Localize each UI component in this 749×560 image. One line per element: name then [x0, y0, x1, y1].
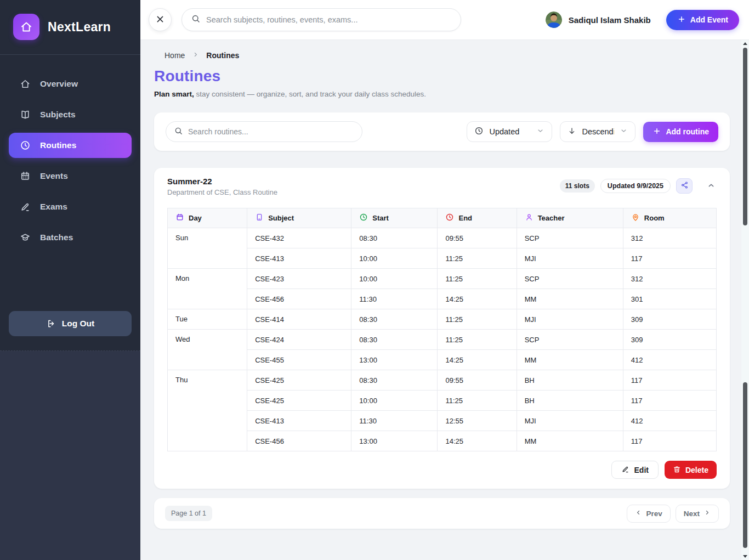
next-label: Next — [684, 510, 700, 518]
trash-icon — [673, 465, 681, 475]
logout-button[interactable]: Log Out — [9, 311, 132, 336]
sidebar-item-routines[interactable]: Routines — [9, 133, 132, 158]
next-page-button[interactable]: Next — [676, 505, 719, 523]
prev-page-button[interactable]: Prev — [627, 505, 670, 523]
routine-title: Summer-22 — [167, 177, 277, 186]
sidebar-item-events[interactable]: Events — [9, 163, 132, 189]
cell-teacher: MM — [517, 431, 623, 451]
user-name: Sadiqul Islam Shakib — [569, 15, 651, 25]
toolbar-right: Updated Descending Add routine — [467, 121, 718, 142]
table-row: MonCSE-42310:0011:25SCP312 — [168, 269, 717, 289]
close-icon — [155, 14, 166, 26]
logout-icon — [46, 319, 56, 329]
cell-end: 11:25 — [438, 269, 517, 289]
slots-badge: 11 slots — [560, 179, 595, 193]
scrollbar-down-arrow[interactable] — [743, 555, 747, 558]
cell-day: Thu — [168, 370, 247, 451]
column-header-label: Start — [372, 214, 389, 222]
edit-button[interactable]: Edit — [611, 461, 659, 479]
collapse-button[interactable] — [706, 180, 717, 193]
cell-teacher: MM — [517, 289, 623, 309]
cell-subject: CSE-414 — [247, 309, 351, 330]
sidebar-panel: NextLearn OverviewSubjectsRoutinesEvents… — [0, 0, 140, 351]
cell-room: 309 — [623, 330, 716, 350]
global-search — [181, 8, 461, 31]
pagination-bar: Page 1 of 1 Prev Next — [154, 498, 730, 529]
user-chip[interactable]: Sadiqul Islam Shakib — [546, 12, 651, 28]
scrollbar-thumb[interactable] — [743, 382, 747, 548]
cell-start: 10:00 — [351, 248, 438, 269]
routines-search-input[interactable] — [188, 127, 354, 136]
pencil-icon — [621, 465, 629, 475]
column-header-end: End — [438, 208, 517, 228]
table-row: CSE-42510:0011:25BH117 — [168, 391, 717, 411]
cell-start: 08:30 — [351, 330, 438, 350]
scrollbar-thumb[interactable] — [743, 48, 747, 225]
tablet-icon — [255, 213, 264, 223]
cell-end: 09:55 — [438, 228, 517, 248]
column-header-room: Room — [623, 208, 716, 228]
sidebar-item-overview[interactable]: Overview — [9, 71, 132, 97]
breadcrumb-home[interactable]: Home — [164, 51, 185, 60]
cell-end: 11:25 — [438, 391, 517, 411]
sidebar-nav: OverviewSubjectsRoutinesEventsExamsBatch… — [0, 55, 140, 256]
sort-direction-select[interactable]: Descending — [560, 121, 635, 142]
chevron-left-icon — [635, 509, 642, 518]
cell-subject: CSE-456 — [247, 289, 351, 309]
cell-subject: CSE-413 — [247, 411, 351, 431]
cell-start: 08:30 — [351, 309, 438, 330]
breadcrumb-current: Routines — [206, 51, 239, 60]
sidebar-item-subjects[interactable]: Subjects — [9, 102, 132, 127]
add-event-button[interactable]: Add Event — [666, 10, 739, 30]
search-icon — [191, 14, 201, 26]
cell-room: 309 — [623, 309, 716, 330]
column-header-label: Room — [644, 214, 665, 222]
sidebar-item-exams[interactable]: Exams — [9, 194, 132, 219]
topbar: Sadiqul Islam Shakib Add Event — [140, 0, 749, 40]
sidebar: NextLearn OverviewSubjectsRoutinesEvents… — [0, 0, 140, 560]
cell-teacher: SCP — [517, 269, 623, 289]
add-routine-button[interactable]: Add routine — [643, 122, 718, 142]
routine-table: DaySubjectStartEndTeacherRoom SunCSE-432… — [167, 208, 717, 451]
cell-end: 09:55 — [438, 370, 517, 391]
share-button[interactable] — [676, 178, 693, 194]
sort-by-select[interactable]: Updated — [467, 121, 552, 142]
delete-button[interactable]: Delete — [665, 461, 717, 479]
cell-teacher: SCP — [517, 228, 623, 248]
sidebar-item-batches[interactable]: Batches — [9, 225, 132, 250]
cell-start: 13:00 — [351, 431, 438, 451]
clock-icon — [474, 126, 484, 137]
cell-teacher: SCP — [517, 330, 623, 350]
routine-badges: 11 slots Updated 9/9/2025 — [560, 177, 717, 194]
pencil-icon — [20, 201, 31, 212]
column-header-teacher: Teacher — [517, 208, 623, 228]
routines-search — [166, 121, 362, 142]
cell-end: 14:25 — [438, 350, 517, 370]
brand-name: NextLearn — [48, 20, 111, 35]
cell-end: 12:55 — [438, 411, 517, 431]
close-search-button[interactable] — [149, 8, 172, 31]
cell-end: 14:25 — [438, 289, 517, 309]
page-title: Routines — [154, 67, 730, 85]
table-row: CSE-45611:3014:25MM301 — [168, 289, 717, 309]
cell-teacher: MJI — [517, 248, 623, 269]
person-icon — [525, 213, 534, 223]
global-search-input[interactable] — [206, 15, 452, 24]
scrollbar-up-arrow[interactable] — [743, 42, 747, 45]
column-header-label: Teacher — [538, 214, 565, 222]
cell-subject: CSE-423 — [247, 269, 351, 289]
table-row: WedCSE-42408:3011:25SCP309 — [168, 330, 717, 350]
chevron-down-icon — [620, 127, 628, 137]
cell-end: 11:25 — [438, 309, 517, 330]
clock-icon — [445, 213, 454, 223]
cell-start: 11:30 — [351, 289, 438, 309]
table-row: CSE-45613:0014:25MM117 — [168, 431, 717, 451]
sidebar-item-label: Routines — [40, 140, 76, 150]
cell-end: 14:25 — [438, 431, 517, 451]
brand: NextLearn — [0, 0, 140, 54]
column-header-start: Start — [351, 208, 438, 228]
cell-day: Mon — [168, 269, 247, 309]
prev-label: Prev — [646, 510, 662, 518]
edit-label: Edit — [634, 466, 649, 474]
search-icon — [174, 126, 183, 138]
